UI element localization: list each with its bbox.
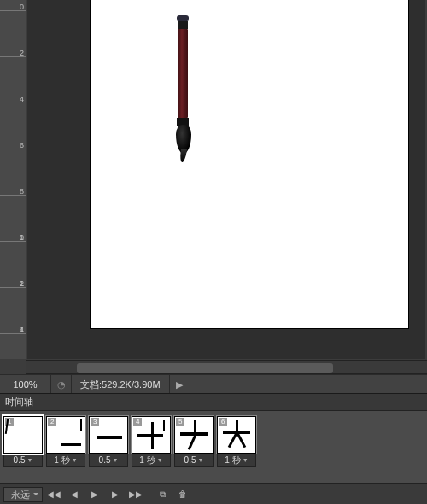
frame-number: 4 — [133, 418, 142, 426]
timeline-panel: 时间轴 1 0.5▼ 2 1 秒▼ 3 — [0, 393, 427, 504]
frame-thumb[interactable]: 5 — [174, 416, 214, 454]
frame-thumb[interactable]: 3 — [89, 416, 128, 454]
frame-number: 2 — [48, 418, 56, 426]
first-frame-button[interactable]: ◀◀ — [44, 487, 63, 502]
zoom-level[interactable]: 100% — [0, 375, 51, 393]
frame-delay[interactable]: 1 秒▼ — [132, 454, 171, 467]
timeline-controls: 永远 ◀◀ ◀ ▶ ▶ ▶▶ ⧉ 🗑 — [0, 483, 427, 504]
chevron-down-icon: ▼ — [112, 457, 118, 463]
frame-thumb[interactable]: 4 — [132, 416, 171, 454]
frame-delay[interactable]: 0.5▼ — [3, 454, 43, 467]
separator — [149, 488, 149, 501]
frame-number: 3 — [91, 418, 99, 426]
status-bar: 100% ◔ 文档:529.2K/3.90M ▶ — [0, 374, 427, 393]
chevron-down-icon: ▼ — [26, 457, 32, 463]
frame-thumb[interactable]: 2 — [46, 416, 85, 454]
horizontal-scrollbar[interactable] — [26, 360, 427, 374]
timeline-header[interactable]: 时间轴 — [0, 394, 427, 411]
last-frame-button[interactable]: ▶▶ — [126, 487, 145, 502]
frame-delay[interactable]: 0.5▼ — [89, 454, 128, 467]
frame-3[interactable]: 3 0.5▼ — [89, 416, 128, 467]
frame-number: 6 — [219, 418, 227, 426]
frame-thumb[interactable]: 1 — [3, 416, 43, 454]
canvas-viewport[interactable] — [27, 0, 425, 359]
doc-info-label: 文档: — [80, 379, 102, 390]
play-button[interactable]: ▶ — [85, 487, 104, 502]
frame-number: 5 — [176, 418, 184, 426]
status-play-icon[interactable]: ▶ — [170, 375, 189, 393]
frame-2[interactable]: 2 1 秒▼ — [46, 416, 85, 467]
document-canvas[interactable] — [91, 0, 408, 328]
prev-frame-button[interactable]: ◀ — [65, 487, 84, 502]
frame-6[interactable]: 6 1 秒▼ — [217, 416, 256, 467]
document-info: 文档:529.2K/3.90M — [72, 375, 170, 393]
frame-delay[interactable]: 1 秒▼ — [217, 454, 256, 467]
next-frame-button[interactable]: ▶ — [106, 487, 125, 502]
duplicate-frame-button[interactable]: ⧉ — [153, 487, 172, 502]
frame-1[interactable]: 1 0.5▼ — [3, 416, 43, 467]
frame-4[interactable]: 4 1 秒▼ — [132, 416, 171, 467]
chevron-down-icon: ▼ — [157, 457, 163, 463]
frame-delay[interactable]: 1 秒▼ — [46, 454, 85, 467]
timeline-title: 时间轴 — [5, 396, 33, 408]
scrollbar-thumb[interactable] — [77, 363, 333, 373]
doc-info-value: 529.2K/3.90M — [102, 379, 161, 390]
frame-delay[interactable]: 0.5▼ — [174, 454, 214, 467]
brush-artwork — [176, 15, 190, 173]
chevron-down-icon: ▼ — [72, 457, 78, 463]
preview-icon[interactable]: ◔ — [51, 375, 72, 393]
frame-5[interactable]: 5 0.5▼ — [174, 416, 214, 467]
editor-area: 0 2 4 6 8 10 12 14 100% ◔ 文档:529.2K/3.90… — [0, 0, 427, 393]
vertical-ruler: 0 2 4 6 8 10 12 14 — [0, 0, 26, 359]
chevron-down-icon: ▼ — [197, 457, 203, 463]
chevron-down-icon: ▼ — [243, 457, 249, 463]
loop-mode-select[interactable]: 永远 — [3, 487, 43, 502]
delete-frame-button[interactable]: 🗑 — [173, 487, 192, 502]
frames-row: 1 0.5▼ 2 1 秒▼ 3 0.5▼ — [0, 411, 427, 467]
frame-thumb[interactable]: 6 — [217, 416, 256, 454]
